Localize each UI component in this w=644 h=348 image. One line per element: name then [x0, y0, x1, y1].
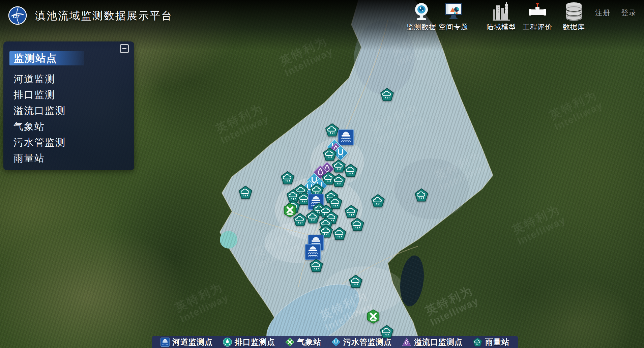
nav-item-land-model[interactable]: 陆域模型 [483, 2, 520, 32]
top-header: CT 滇池流域监测数据展示平台 监测数据 空间专题 陆域模型 工程评价 数据库 … [0, 0, 644, 37]
sidebar-item-sewage[interactable]: 污水管监测 [13, 135, 127, 150]
sidebar-item-overflow[interactable]: 溢流口监测 [13, 103, 127, 119]
outfall-legend-icon [223, 338, 232, 347]
nav-item-project-eval[interactable]: 工程评价 [519, 2, 556, 32]
sidebar-item-outfall[interactable]: 排口监测 [13, 87, 127, 103]
panel-menu: 河道监测 排口监测 溢流口监测 气象站 污水管监测 雨量站 [13, 71, 127, 166]
legend-item-outfall[interactable]: 排口监测点 [223, 337, 275, 347]
rain-station-marker[interactable] [238, 185, 253, 201]
small-reservoir [220, 231, 237, 249]
map-legend: 河道监测点 排口监测点 气象站 污水管监测点 溢流口监测点 雨量站 [152, 336, 518, 348]
nav-label: 陆域模型 [483, 22, 520, 32]
legend-label: 河道监测点 [172, 337, 213, 347]
legend-item-overflow[interactable]: 溢流口监测点 [402, 337, 463, 347]
legend-label: 气象站 [297, 337, 321, 347]
rain-station-marker[interactable] [349, 274, 363, 290]
legend-item-river[interactable]: 河道监测点 [160, 337, 213, 347]
rain-station-marker[interactable] [350, 218, 364, 233]
webcam-icon [403, 2, 440, 21]
weather-legend-icon [285, 338, 294, 347]
login-link[interactable]: 登录 [621, 8, 637, 18]
nav-label: 空间专题 [435, 22, 472, 32]
database-icon [556, 2, 592, 21]
legend-label: 溢流口监测点 [414, 337, 463, 347]
rain-station-marker[interactable] [325, 123, 339, 139]
rain-station-marker[interactable] [414, 188, 429, 204]
weather-station-marker[interactable] [367, 309, 380, 325]
rain-station-marker[interactable] [306, 210, 320, 226]
minimize-icon [120, 44, 129, 53]
nav-item-monitor-data[interactable]: 监测数据 [403, 2, 440, 32]
rain-station-marker[interactable] [332, 227, 347, 242]
nav-item-spatial-topic[interactable]: 空间专题 [435, 2, 472, 32]
nav-label: 数据库 [556, 22, 592, 32]
overflow-legend-icon [402, 338, 411, 346]
valve-icon [519, 2, 556, 21]
nav-item-database[interactable]: 数据库 [556, 2, 592, 32]
sidebar-item-rain[interactable]: 雨量站 [13, 150, 127, 166]
monitor-chart-icon [435, 2, 472, 21]
legend-item-rain[interactable]: 雨量站 [473, 337, 509, 347]
platform-logo-icon: CT [8, 6, 27, 25]
rain-station-marker[interactable] [293, 213, 307, 228]
rain-station-marker[interactable] [332, 174, 346, 189]
rain-station-marker[interactable] [309, 259, 323, 274]
panel-title: 监测站点 [9, 51, 84, 65]
legend-item-weather[interactable]: 气象站 [285, 337, 321, 347]
sidebar-item-weather[interactable]: 气象站 [13, 119, 127, 135]
page-title: 滇池流域监测数据展示平台 [35, 9, 173, 23]
nav-label: 监测数据 [403, 22, 440, 32]
rain-station-marker[interactable] [281, 171, 295, 186]
sewage-legend-icon [331, 338, 341, 347]
register-link[interactable]: 注册 [595, 8, 611, 18]
rain-station-marker[interactable] [371, 194, 385, 209]
rain-station-marker[interactable] [380, 325, 394, 340]
sidebar-item-river[interactable]: 河道监测 [13, 71, 127, 87]
app-root: 英特利为 Intelliway 英特利为 Intelliway 英特利为 Int… [0, 0, 644, 348]
svg-text:CT: CT [13, 13, 20, 19]
nav-label: 工程评价 [519, 22, 556, 32]
monitor-stations-panel: 监测站点 河道监测 排口监测 溢流口监测 气象站 污水管监测 雨量站 [3, 41, 134, 170]
legend-label: 雨量站 [485, 337, 509, 347]
rain-station-marker[interactable] [380, 88, 394, 103]
east-lake [398, 254, 427, 308]
river-legend-icon [160, 338, 170, 347]
collapse-panel-button[interactable] [119, 44, 129, 54]
legend-label: 排口监测点 [235, 337, 275, 347]
rain-legend-icon [473, 337, 482, 347]
buildings-icon [483, 2, 520, 21]
